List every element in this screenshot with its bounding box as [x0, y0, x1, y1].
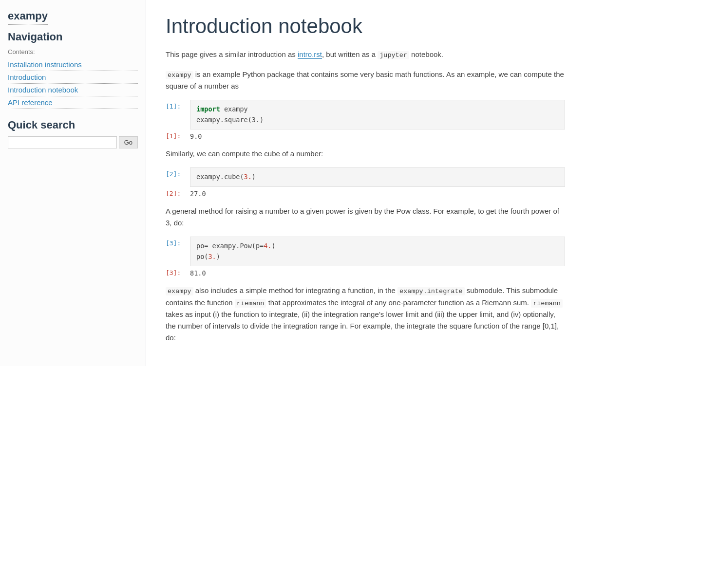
page-title: Introduction notebook: [166, 15, 565, 38]
sidebar-nav-list: Installation instructions Introduction I…: [8, 58, 138, 109]
cell2-output-value: 27.0: [190, 189, 206, 198]
integrate-code1: exampy: [166, 287, 193, 295]
main-content: Introduction notebook This page gives a …: [146, 0, 585, 366]
intro-paragraph-2: exampy is an example Python package that…: [166, 69, 565, 92]
exampy-code-inline: exampy: [166, 71, 193, 79]
cell3-output-value: 81.0: [190, 268, 206, 277]
cell1-kw: import: [196, 105, 220, 113]
nav-link-api-reference[interactable]: API reference: [8, 96, 138, 109]
cell1-output-label: [1]:: [166, 131, 190, 140]
intro-paragraph-1: This page gives a similar introduction a…: [166, 49, 565, 61]
cell2-input: [2]: exampy.cube(3.): [166, 167, 565, 187]
similarly-text: Similarly, we can compute the cube of a …: [166, 148, 565, 160]
nav-item-introduction[interactable]: Introduction: [8, 71, 138, 84]
cell1-output-value: 9.0: [190, 131, 202, 140]
cell2-output-label: [2]:: [166, 189, 190, 197]
sidebar-search-title: Quick search: [8, 119, 138, 131]
intro-text-after: , but written as a: [322, 50, 378, 58]
sidebar-nav-title: Navigation: [8, 31, 138, 43]
cell3-line1: po= exampy.Pow(p=4.): [196, 242, 276, 250]
notebook-cell-1: [1]: import exampy exampy.square(3.) [1]…: [166, 100, 565, 140]
intro-text-2-rest: is an example Python package that contai…: [166, 70, 564, 91]
integrate-code2: exampy.integrate: [397, 287, 465, 295]
cell3-input-label: [3]:: [166, 237, 190, 247]
cell1-line1-rest: exampy: [220, 105, 248, 113]
sidebar-contents-label: Contents:: [8, 48, 138, 55]
general-text: A general method for raising a number to…: [166, 205, 565, 229]
search-input[interactable]: [8, 136, 117, 148]
sidebar-search-form: Go: [8, 136, 138, 148]
sidebar-brand[interactable]: exampy: [8, 10, 48, 25]
nav-link-introduction[interactable]: Introduction: [8, 71, 138, 83]
cell3-line2: po(3.): [196, 253, 220, 260]
jupyter-code: jupyter: [378, 51, 409, 59]
integrate-rest4: takes as input (i) the function to integ…: [166, 310, 559, 342]
nav-item-intro-notebook[interactable]: Introduction notebook: [8, 84, 138, 96]
intro-text-before: This page gives a similar introduction a…: [166, 50, 298, 58]
cell3-output-label: [3]:: [166, 268, 190, 276]
cell2-input-label: [2]:: [166, 167, 190, 178]
cell1-input-label: [1]:: [166, 100, 190, 110]
cell3-input: [3]: po= exampy.Pow(p=4.) po(3.): [166, 237, 565, 266]
notebook-cell-2: [2]: exampy.cube(3.) [2]: 27.0: [166, 167, 565, 198]
integrate-rest1: also includes a simple method for integr…: [193, 286, 397, 294]
intro-text-end: notebook.: [409, 50, 443, 58]
nav-link-installation[interactable]: Installation instructions: [8, 58, 138, 71]
cell1-code: import exampy exampy.square(3.): [190, 100, 565, 129]
nav-item-api-reference[interactable]: API reference: [8, 96, 138, 109]
cell1-input: [1]: import exampy exampy.square(3.): [166, 100, 565, 129]
nav-link-intro-notebook[interactable]: Introduction notebook: [8, 84, 138, 96]
search-button[interactable]: Go: [119, 136, 138, 148]
integrate-code4: riemann: [531, 299, 563, 308]
intro-rst-link[interactable]: intro.rst: [298, 50, 322, 59]
sidebar: exampy Navigation Contents: Installation…: [0, 0, 146, 366]
cell1-line2: exampy.square(3.): [196, 116, 264, 124]
cell3-output: [3]: 81.0: [166, 268, 565, 277]
cell1-output: [1]: 9.0: [166, 131, 565, 140]
integrate-paragraph: exampy also includes a simple method for…: [166, 285, 565, 344]
cell2-output: [2]: 27.0: [166, 189, 565, 198]
cell2-code: exampy.cube(3.): [190, 167, 565, 187]
integrate-rest3: that approximates the integral of any on…: [266, 298, 531, 307]
integrate-code3: riemann: [235, 299, 266, 308]
notebook-cell-3: [3]: po= exampy.Pow(p=4.) po(3.) [3]: 81…: [166, 237, 565, 277]
cell3-code: po= exampy.Pow(p=4.) po(3.): [190, 237, 565, 266]
cell2-code-text: exampy.cube(3.): [196, 173, 256, 181]
nav-item-installation[interactable]: Installation instructions: [8, 58, 138, 71]
